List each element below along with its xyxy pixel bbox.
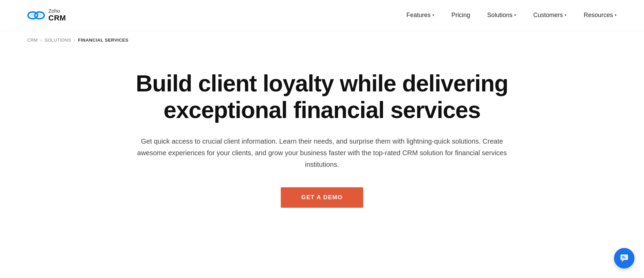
hero-section: Build client loyalty while delivering ex… <box>0 49 644 235</box>
nav-item-customers[interactable]: Customers ▾ <box>533 12 567 19</box>
nav-item-resources[interactable]: Resources ▾ <box>584 12 617 19</box>
breadcrumb-solutions[interactable]: SOLUTIONS <box>45 38 71 43</box>
nav-item-solutions[interactable]: Solutions ▾ <box>487 12 516 19</box>
chat-icon <box>619 253 629 263</box>
breadcrumb: CRM › SOLUTIONS › FINANCIAL SERVICES <box>0 31 644 49</box>
nav-label-solutions: Solutions <box>487 12 512 19</box>
nav-link-features[interactable]: Features ▾ <box>407 12 434 19</box>
nav-item-features[interactable]: Features ▾ <box>407 12 434 19</box>
svg-rect-6 <box>622 256 625 257</box>
svg-point-3 <box>37 14 42 17</box>
get-demo-button[interactable]: GET A DEMO <box>281 187 363 208</box>
chevron-down-icon: ▾ <box>565 13 567 17</box>
breadcrumb-crm[interactable]: CRM <box>27 38 38 43</box>
chevron-down-icon: ▾ <box>514 13 516 17</box>
chat-widget[interactable] <box>614 248 634 268</box>
chevron-down-icon: ▾ <box>432 13 434 17</box>
nav-label-features: Features <box>407 12 431 19</box>
chevron-down-icon: ▾ <box>615 13 617 17</box>
zoho-crm-logo-icon <box>27 9 45 21</box>
logo-text: Zoho CRM <box>48 8 66 22</box>
breadcrumb-separator-1: › <box>41 38 42 43</box>
nav-link-solutions[interactable]: Solutions ▾ <box>487 12 516 19</box>
breadcrumb-financial-services: FINANCIAL SERVICES <box>78 38 128 43</box>
nav-link-customers[interactable]: Customers ▾ <box>533 12 567 19</box>
hero-title-line2: exceptional financial services <box>164 97 480 123</box>
svg-rect-7 <box>622 258 626 258</box>
navbar: Zoho CRM Features ▾ Pricing Solutions ▾ … <box>0 0 644 31</box>
nav-link-resources[interactable]: Resources ▾ <box>584 12 617 19</box>
logo-crm-label: CRM <box>48 14 66 22</box>
nav-links: Features ▾ Pricing Solutions ▾ Customers… <box>407 12 617 19</box>
logo-link[interactable]: Zoho CRM <box>27 8 66 22</box>
nav-link-pricing[interactable]: Pricing <box>451 12 470 19</box>
nav-label-pricing: Pricing <box>451 12 470 19</box>
nav-label-customers: Customers <box>533 12 563 19</box>
nav-item-pricing[interactable]: Pricing <box>451 12 470 19</box>
nav-label-resources: Resources <box>584 12 613 19</box>
svg-point-2 <box>30 14 35 17</box>
svg-rect-4 <box>620 254 628 260</box>
hero-title: Build client loyalty while delivering ex… <box>68 70 576 123</box>
breadcrumb-separator-2: › <box>74 38 75 43</box>
svg-marker-5 <box>622 260 624 262</box>
logo-zoho-label: Zoho <box>48 8 66 14</box>
hero-subtitle: Get quick access to crucial client infor… <box>135 135 509 170</box>
hero-title-line1: Build client loyalty while delivering <box>136 70 508 96</box>
